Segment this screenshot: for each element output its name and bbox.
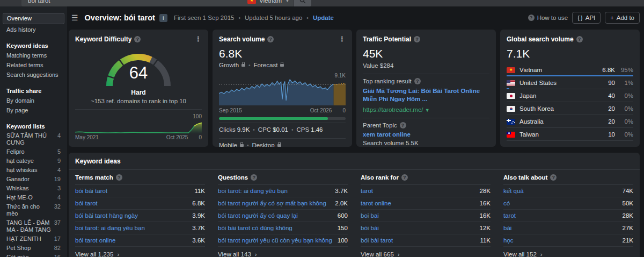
sidebar-item-overview[interactable]: Overview — [3, 13, 64, 24]
question-icon[interactable]: ? — [414, 36, 420, 42]
country-row-south-korea[interactable]: South Korea 20 0% — [507, 102, 633, 115]
flag-au-icon — [507, 119, 515, 125]
keyword-link[interactable]: boi tarot: ai đang yêu bạn — [218, 188, 288, 194]
keyword-link[interactable]: bói tarot — [75, 200, 98, 206]
country-row-taiwan[interactable]: Taiwan 10 0% — [507, 128, 633, 141]
keyword-list-item[interactable]: hạt whiskas4 — [0, 166, 67, 175]
view-all-link[interactable]: View all 1,235› — [75, 247, 205, 257]
kd-score: 64 — [98, 63, 179, 83]
keyword-link[interactable]: bói bài tarot — [361, 237, 393, 244]
info-badge[interactable]: i — [159, 14, 167, 22]
keyword-list-item[interactable]: Thức ăn cho mèo32 — [0, 202, 67, 218]
keyword-link[interactable]: bói bài — [361, 225, 379, 231]
country-list: Vietnam 6.8K 95% United States 90 1% Jap… — [507, 63, 633, 141]
sidebar-item-matching-terms[interactable]: Matching terms — [0, 51, 67, 60]
view-all-link[interactable]: View all 665› — [361, 247, 491, 257]
sidebar-item-ads-history[interactable]: Ads history — [0, 25, 67, 34]
keyword-link[interactable]: bói bài tarot có đúng không — [218, 225, 292, 231]
country-row-australia[interactable]: Australia 20 0% — [507, 115, 633, 128]
keyword-link[interactable]: boi tarot: ai đang yêu bạn — [75, 225, 145, 231]
keyword-list-item[interactable]: hạt cateye9 — [0, 156, 67, 166]
question-icon[interactable]: ? — [401, 174, 408, 181]
flag-jp-icon — [507, 93, 515, 99]
parent-topic-link[interactable]: xem tarot online — [363, 131, 489, 138]
chevron-left-icon[interactable]: ‹ — [509, 146, 511, 147]
divider — [363, 74, 489, 74]
keyword-column-also-rank-for: Also rank for? tarot 28K tarot online 16… — [354, 170, 497, 257]
flag-kr-icon — [507, 106, 515, 112]
country-selector[interactable]: Vietnam ▼ — [243, 0, 294, 6]
keyword-list-item[interactable]: SỮA TẮM THÚ CƯNG4 — [0, 131, 67, 147]
country-row-japan[interactable]: Japan 40 0% — [507, 89, 633, 102]
bullet: • — [291, 127, 294, 133]
keyword-link[interactable]: có — [503, 200, 510, 206]
keyword-link[interactable]: bói tarot người ấy có sợ mất bạn không — [218, 200, 326, 206]
keyword-link[interactable]: tarot online — [361, 200, 391, 206]
keyword-list-item[interactable]: Pet Shop82 — [0, 244, 67, 253]
volume-progress-bar — [219, 117, 346, 120]
question-icon[interactable]: ? — [400, 122, 406, 128]
question-icon[interactable]: ? — [134, 36, 141, 42]
bullet: • — [238, 15, 240, 21]
keyword-list-item[interactable]: Whiskas3 — [0, 184, 67, 193]
traffic-potential-card: Traffic Potential ? 45K Value $284 Top r… — [356, 30, 496, 147]
view-all-link[interactable]: View all 143› — [218, 247, 348, 257]
question-icon[interactable]: ? — [251, 174, 257, 181]
country-row-vietnam[interactable]: Vietnam 6.8K 95% — [507, 63, 633, 76]
sidebar-item-by-page[interactable]: By page — [0, 106, 67, 115]
keyword-row: bói tarot online 3.6K — [75, 234, 205, 247]
sidebar-item-by-domain[interactable]: By domain — [0, 96, 67, 105]
top-ranking-url-link[interactable]: https://tarotreader.me/ ▼ — [363, 106, 489, 113]
x-axis-end: Oct 2025 — [166, 134, 188, 140]
keyword-link[interactable]: boi bai — [361, 212, 379, 219]
search-button[interactable] — [294, 0, 311, 6]
update-link[interactable]: Update — [313, 15, 334, 21]
question-icon[interactable]: ? — [267, 36, 274, 42]
keyword-link[interactable]: bói bài tarot hàng ngày — [75, 212, 138, 219]
hamburger-icon[interactable]: ☰ — [71, 13, 78, 22]
country-row-united-states[interactable]: United States 90 1% — [507, 76, 633, 89]
keyword-lists-header: Keyword lists — [0, 122, 67, 131]
kebab-icon[interactable]: ⋮ — [339, 37, 346, 42]
add-to-button[interactable]: + Add to — [605, 12, 640, 24]
api-button[interactable]: { } API — [572, 12, 601, 24]
x-axis-start: May 2021 — [75, 134, 99, 140]
keyword-link[interactable]: bói bài tarot — [75, 188, 107, 194]
keyword-link[interactable]: bói tarot người yêu cũ còn yêu bạn không — [218, 237, 332, 244]
view-all-link[interactable]: View all 152› — [503, 247, 633, 257]
keyword-row: bói tarot người yêu cũ còn yêu bạn không… — [218, 234, 348, 247]
chevron-right-icon[interactable]: › — [523, 146, 526, 147]
keyword-list-item[interactable]: HẠT ZENITH17 — [0, 234, 67, 244]
global-search-volume-card: Global search volume ? 7.1K Vietnam 6.8K… — [500, 30, 640, 147]
keyword-link[interactable]: tarot — [503, 212, 516, 219]
growth-toggle[interactable]: Growth — [219, 62, 245, 68]
keyword-link[interactable]: kết quả — [503, 188, 524, 194]
keyword-link[interactable]: tarot — [361, 188, 373, 194]
question-icon[interactable]: ? — [550, 174, 557, 181]
keyword-list-item[interactable]: Felipro5 — [0, 147, 67, 156]
desktop-toggle[interactable]: Desktop — [252, 142, 281, 147]
keyword-link[interactable]: học — [503, 237, 514, 244]
keyword-link[interactable]: bói tarot online — [75, 237, 115, 244]
how-to-use-link[interactable]: ? How to use — [528, 15, 568, 21]
question-icon[interactable]: ? — [576, 36, 583, 42]
keyword-link[interactable]: bài — [503, 225, 511, 231]
top-ranking-result-link[interactable]: Giải Mã Tương Lai: Bói Bài Tarot Online … — [363, 87, 489, 103]
keyword-row: tarot online 16K — [361, 197, 491, 210]
sidebar-item-related-terms[interactable]: Related terms — [0, 61, 67, 70]
question-icon[interactable]: ? — [414, 78, 421, 84]
mobile-toggle[interactable]: Mobile — [219, 142, 244, 147]
keyword-link[interactable]: bói tarot người ấy có quay lại — [218, 212, 298, 219]
keyword-list-item[interactable]: TANG LỄ - ĐÁM MA - ĐÁM TANG37 — [0, 218, 67, 234]
kebab-icon[interactable]: ⋮ — [195, 37, 202, 42]
keyword-row: boi bai 16K — [361, 210, 491, 222]
sidebar-item-search-suggestions[interactable]: Search suggestions — [0, 70, 67, 80]
keyword-list-item[interactable]: Hạt ME-O4 — [0, 193, 67, 202]
search-input[interactable] — [21, 0, 255, 6]
question-icon[interactable]: ? — [116, 174, 122, 181]
forecast-toggle[interactable]: Forecast — [254, 62, 284, 68]
country-label: Vietnam — [259, 0, 282, 4]
bullet: • — [253, 127, 255, 133]
keyword-list-item[interactable]: Ganador19 — [0, 175, 67, 184]
keyword-list-item[interactable]: Cát mèo16 — [0, 253, 67, 257]
